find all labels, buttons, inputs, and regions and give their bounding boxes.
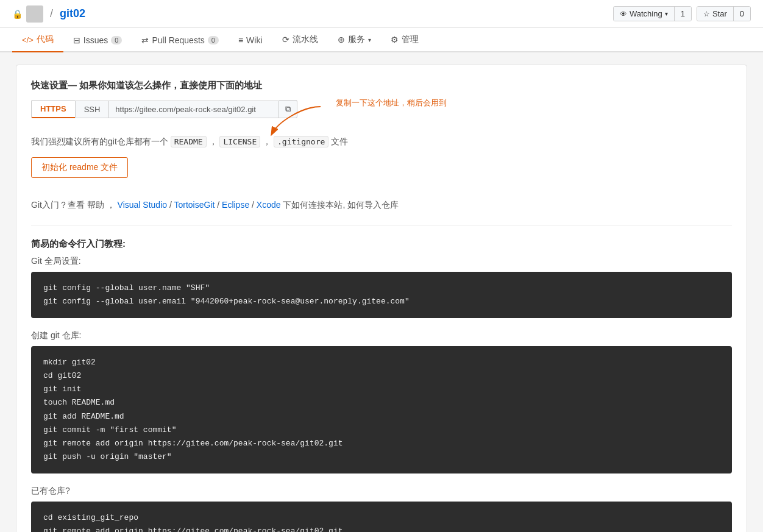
avatar <box>26 5 43 23</box>
tab-issues[interactable]: ⊟ Issues 0 <box>63 29 132 52</box>
create-repo-code: mkdir git02 cd git02 git init touch READ… <box>31 346 732 473</box>
tab-pr-label: Pull Requests <box>152 35 204 45</box>
tab-services-label: 服务 <box>348 34 365 45</box>
tab-pull-requests[interactable]: ⇄ Pull Requests 0 <box>132 29 229 52</box>
readme-suffix: 文件 <box>331 137 348 146</box>
tab-manage[interactable]: ⚙ 管理 <box>381 28 428 52</box>
quick-setup-title: 快速设置— 如果你知道该怎么操作，直接使用下面的地址 <box>31 80 732 91</box>
readme-notice: 我们强烈建议所有的git仓库都有一个 README ， LICENSE ， .g… <box>31 137 732 147</box>
link-eclipse[interactable]: Eclipse <box>222 200 249 210</box>
tutorial-title: 简易的命令行入门教程: <box>31 238 732 250</box>
eye-icon: 👁 <box>620 10 627 18</box>
https-tab[interactable]: HTTPS <box>31 100 75 118</box>
separator3: / <box>252 200 257 210</box>
git-help-prefix: Git入门？查看 帮助 ， <box>31 200 115 210</box>
existing-repo-code: cd existing_git_repo git remote add orig… <box>31 502 732 532</box>
link-xcode[interactable]: Xcode <box>257 200 281 210</box>
watch-main-button[interactable]: 👁 Watching ▾ <box>614 7 675 21</box>
tab-issues-label: Issues <box>83 35 108 45</box>
readme-code3: .gitignore <box>274 136 328 147</box>
existing-repo-label: 已有仓库? <box>31 486 732 497</box>
url-row: HTTPS SSH ⧉ <box>31 100 732 118</box>
divider1 <box>31 225 732 226</box>
tab-code[interactable]: </> 代码 <box>12 28 63 52</box>
readme-code1: README <box>171 136 207 147</box>
issues-badge: 0 <box>111 36 122 44</box>
ssh-tab[interactable]: SSH <box>75 101 109 118</box>
repo-title: 🔒 / git02 <box>12 5 85 23</box>
git-global-label: Git 全局设置: <box>31 256 732 267</box>
readme-notice-text: 我们强烈建议所有的git仓库都有一个 <box>31 137 171 146</box>
code-icon: </> <box>22 35 34 44</box>
header-actions: 👁 Watching ▾ 1 ☆ Star 0 <box>613 6 751 21</box>
nav-tabs: </> 代码 ⊟ Issues 0 ⇄ Pull Requests 0 ≡ Wi… <box>0 28 763 52</box>
main-content: 快速设置— 如果你知道该怎么操作，直接使用下面的地址 复制一下这个地址，稍后会用… <box>16 65 747 532</box>
git-global-code: git config --global user.name "SHF" git … <box>31 272 732 318</box>
lock-icon: 🔒 <box>12 9 23 19</box>
star-main-button[interactable]: ☆ Star <box>697 7 734 21</box>
readme-comma2: ， <box>263 137 271 146</box>
tab-wiki-label: Wiki <box>246 35 262 45</box>
repo-slash: / <box>47 7 56 20</box>
pr-badge: 0 <box>208 36 219 44</box>
services-icon: ⊕ <box>338 35 345 44</box>
star-count[interactable]: 0 <box>734 7 750 21</box>
tab-code-label: 代码 <box>37 34 54 45</box>
watch-count[interactable]: 1 <box>675 7 691 21</box>
tab-manage-label: 管理 <box>402 34 419 45</box>
readme-comma1: ， <box>209 137 218 146</box>
tab-wiki[interactable]: ≡ Wiki <box>229 29 272 52</box>
watch-label: Watching <box>630 9 662 18</box>
pipeline-icon: ⟳ <box>282 35 289 44</box>
top-header: 🔒 / git02 👁 Watching ▾ 1 ☆ Star 0 <box>0 0 763 28</box>
init-readme-button[interactable]: 初始化 readme 文件 <box>31 157 128 178</box>
services-dropdown-icon: ▾ <box>368 37 371 43</box>
tab-pipeline[interactable]: ⟳ 流水线 <box>272 28 328 52</box>
issues-icon: ⊟ <box>73 35 80 45</box>
create-repo-label: 创建 git 仓库: <box>31 330 732 341</box>
tab-services[interactable]: ⊕ 服务 ▾ <box>328 28 381 52</box>
link-visual-studio[interactable]: Visual Studio <box>118 200 167 210</box>
star-button-group: ☆ Star 0 <box>697 6 751 21</box>
chevron-down-icon: ▾ <box>665 10 668 17</box>
pr-icon: ⇄ <box>141 35 149 45</box>
link-tortoisegit[interactable]: TortoiseGit <box>174 200 215 210</box>
repo-url-input[interactable] <box>108 101 279 118</box>
copy-button[interactable]: ⧉ <box>279 100 297 118</box>
manage-icon: ⚙ <box>391 35 399 44</box>
watch-button-group: 👁 Watching ▾ 1 <box>613 6 692 21</box>
separator2: / <box>217 200 222 210</box>
readme-code2: LICENSE <box>219 136 260 147</box>
tab-pipeline-label: 流水线 <box>293 34 318 45</box>
git-help-suffix: 下如何连接本站, 如何导入仓库 <box>283 200 399 210</box>
star-icon: ☆ <box>703 10 710 18</box>
star-label: Star <box>712 9 727 18</box>
wiki-icon: ≡ <box>238 35 243 45</box>
git-help: Git入门？查看 帮助 ， Visual Studio / TortoiseGi… <box>31 200 732 211</box>
repo-name: git02 <box>60 7 85 20</box>
copy-icon: ⧉ <box>285 104 291 113</box>
